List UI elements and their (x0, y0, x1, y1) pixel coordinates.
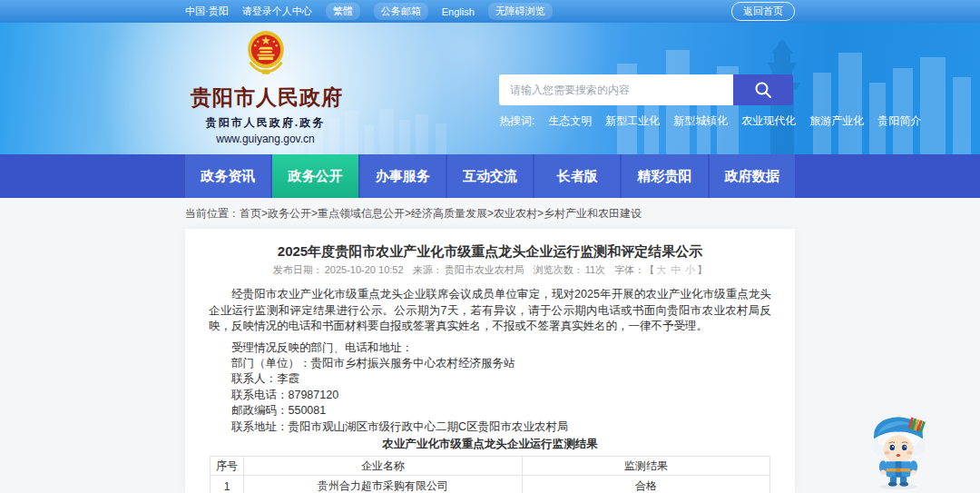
font-size-medium[interactable]: 中 (671, 264, 681, 275)
publish-date: 2025-10-20 10:52 (325, 264, 404, 275)
search-button[interactable] (733, 74, 793, 105)
hot-search-row: 热搜词: 生态文明 新型工业化 新型城镇化 农业现代化 旅游产业化 贵阳简介 (499, 113, 921, 129)
table-row: 1 贵州合力超市采购有限公司 合格 (211, 476, 770, 493)
contact-person: 联系人：李霞 (209, 372, 771, 387)
hot-search-item[interactable]: 生态文明 (548, 113, 592, 129)
contact-department: 部门（单位）：贵阳市乡村振兴服务中心农村经济服务站 (209, 357, 771, 371)
source-label: 来源： (413, 264, 443, 275)
page-title: 2025年度贵阳市农业产业化市级重点龙头企业运行监测和评定结果公示 (209, 243, 771, 260)
col-header-company: 企业名称 (244, 457, 523, 476)
nav-item-zhengfu-shuju[interactable]: 政府数据 (710, 154, 795, 198)
hot-search-item[interactable]: 新型城镇化 (673, 113, 728, 129)
national-emblem-icon (246, 30, 286, 77)
mascot-widget[interactable] (855, 402, 942, 489)
site-title: 贵阳市人民政府 (191, 84, 340, 112)
hot-search-item[interactable]: 新型工业化 (605, 113, 660, 129)
contact-phone: 联系电话：87987120 (209, 389, 771, 403)
hot-search-item[interactable]: 旅游产业化 (809, 113, 864, 129)
site-url: www.guiyang.gov.cn (191, 133, 340, 145)
views-value: 11次 (585, 264, 605, 275)
official-mail-link[interactable]: 公务邮箱 (374, 3, 428, 20)
nav-item-jingcai-guiyang[interactable]: 精彩贵阳 (622, 154, 707, 198)
header-banner: 贵阳市人民政府 贵阳市人民政府.政务 www.guiyang.gov.cn 热搜… (0, 23, 980, 154)
contact-address: 联系地址：贵阳市观山湖区市级行政中心二期C区贵阳市农业农村局 (209, 420, 771, 435)
hot-search-item[interactable]: 农业现代化 (741, 113, 796, 129)
nav-item-banshi-fuwu[interactable]: 办事服务 (360, 154, 446, 198)
article-paragraph: 经贵阳市农业产业化市级重点龙头企业联席会议成员单位审定，现对2025年开展的农业… (209, 287, 771, 335)
hot-search-label: 热搜词: (499, 113, 534, 129)
col-header-result: 监测结果 (523, 457, 770, 476)
top-bar: 中国·贵阳 请登录个人中心 繁體 公务邮箱 English 无障碍浏览 返回首页 (0, 0, 980, 23)
font-size-large[interactable]: 大 (656, 264, 666, 275)
search-icon (753, 80, 773, 100)
search-area: 热搜词: 生态文明 新型工业化 新型城镇化 农业现代化 旅游产业化 贵阳简介 (499, 74, 921, 129)
nav-item-zhengwu-gongkai[interactable]: 政务公开 (272, 154, 358, 198)
article-paragraph: 受理情况反映的部门、电话和地址： (209, 340, 771, 355)
region-label: 中国·贵阳 (185, 5, 229, 18)
top-bar-inner: 中国·贵阳 请登录个人中心 繁體 公务邮箱 English 无障碍浏览 返回首页 (185, 0, 795, 23)
site-logo[interactable]: 贵阳市人民政府 贵阳市人民政府.政务 www.guiyang.gov.cn (191, 30, 340, 145)
main-nav: 政务资讯 政务公开 办事服务 互动交流 长者版 精彩贵阳 政府数据 (0, 154, 980, 198)
english-link[interactable]: English (442, 6, 475, 17)
article-panel: 2025年度贵阳市农业产业化市级重点龙头企业运行监测和评定结果公示 发布日期：2… (185, 229, 795, 493)
breadcrumb[interactable]: 首页>政务公开>重点领域信息公开>经济高质量发展>农业农村>乡村产业和农田建设 (240, 207, 642, 220)
contact-postcode: 邮政编码：550081 (209, 404, 771, 419)
cell-index: 1 (211, 476, 244, 493)
nav-item-hudong-jiaoliu[interactable]: 互动交流 (447, 154, 533, 198)
nav-item-zhangzheban[interactable]: 长者版 (534, 154, 620, 198)
search-input[interactable] (499, 74, 733, 105)
views-label: 浏览次数： (534, 264, 583, 275)
breadcrumb-bar: 当前位置：首页>政务公开>重点领域信息公开>经济高质量发展>农业农村>乡村产业和… (0, 198, 980, 229)
accessibility-link[interactable]: 无障碍浏览 (488, 3, 553, 20)
login-link[interactable]: 请登录个人中心 (242, 5, 312, 18)
traditional-chinese-link[interactable]: 繁體 (326, 3, 360, 20)
font-size-small[interactable]: 小 (685, 264, 695, 275)
cell-company: 贵州合力超市采购有限公司 (244, 476, 523, 493)
table-title: 农业产业化市级重点龙头企业运行监测结果 (209, 438, 771, 450)
cell-result: 合格 (523, 476, 770, 493)
font-size-label: 字体：【 (614, 264, 654, 275)
back-home-button[interactable]: 返回首页 (731, 2, 795, 21)
site-subtitle: 贵阳市人民政府.政务 (191, 115, 340, 131)
font-size-bracket: 】 (697, 264, 707, 275)
col-header-index: 序号 (211, 457, 244, 476)
breadcrumb-label: 当前位置： (185, 207, 240, 220)
article-meta: 发布日期：2025-10-20 10:52 来源：贵阳市农业农村局 浏览次数：1… (209, 264, 771, 275)
source-value: 贵阳市农业农村局 (445, 264, 524, 275)
nav-item-zhengwu-zixun[interactable]: 政务资讯 (185, 154, 270, 198)
table-header-row: 序号 企业名称 监测结果 (211, 457, 770, 476)
monitoring-results-table: 序号 企业名称 监测结果 1 贵州合力超市采购有限公司 合格 2 贵州友禾种业有… (210, 456, 770, 493)
publish-date-label: 发布日期： (273, 264, 323, 275)
hot-search-item[interactable]: 贵阳简介 (877, 113, 921, 129)
